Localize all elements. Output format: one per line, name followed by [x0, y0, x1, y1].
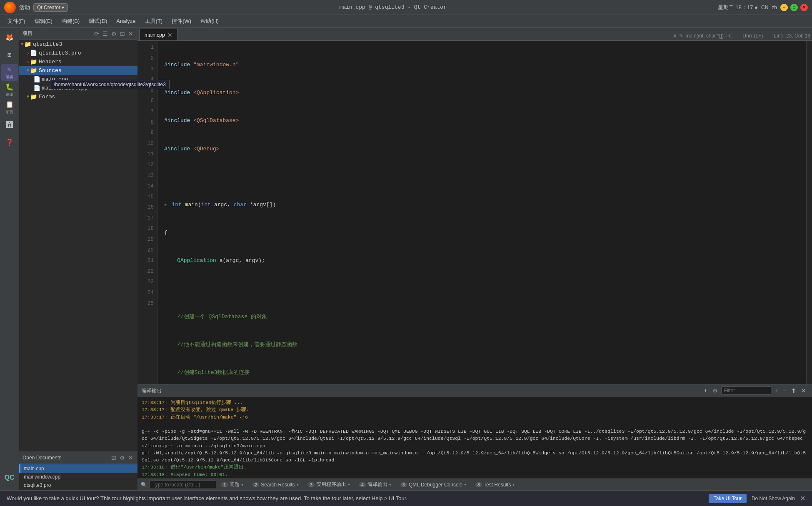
- btab-label: 应用程序输出: [316, 481, 346, 488]
- folder-icon: 📁: [24, 41, 31, 48]
- do-not-show-again-button[interactable]: Do Not Show Again: [752, 496, 795, 501]
- btab-badge: 5: [400, 482, 407, 487]
- path-tooltip: /home/chantui/work/code/qtcode/qtsqlite3…: [50, 80, 137, 89]
- sidebar-item-project[interactable]: 📋 项目: [1, 99, 18, 116]
- compile-zoom-in[interactable]: +: [773, 386, 780, 395]
- btab-test-results[interactable]: 8 Test Results ▾: [471, 481, 519, 489]
- ln-24: 24: [137, 288, 154, 299]
- tab-main-cpp[interactable]: main.cpp ✕: [139, 29, 178, 40]
- tree-arrow: ▼: [27, 68, 29, 73]
- btab-label: 编译输出: [367, 481, 387, 488]
- tab-close-icon[interactable]: ✕: [167, 32, 172, 38]
- tree-arrow: ▼: [27, 95, 29, 99]
- tree-label: Sources: [39, 67, 62, 74]
- doc-item-mainwindow[interactable]: mainwindow.cpp: [19, 473, 137, 481]
- tree-item-sources[interactable]: ▼ 📁 Sources: [19, 66, 137, 75]
- qt-creator-button[interactable]: Qt Creator ▾: [33, 3, 68, 12]
- line-numbers: 1 2 3 4 5 6 7 8 9 10 11 12 13 14 15 16 1: [137, 41, 157, 384]
- tour-close-button[interactable]: ✕: [800, 494, 805, 502]
- compile-zoom-out[interactable]: −: [781, 386, 788, 395]
- project-panel-header: 项目 ⟳ ☰ ⚙ ⊡ ✕: [19, 27, 137, 40]
- ui-tour-message: Would you like to take a quick UI tour? …: [7, 495, 704, 501]
- menu-item-h[interactable]: 帮助(H): [196, 16, 223, 26]
- sidebar-item-debug[interactable]: 🐛 调试: [1, 82, 18, 98]
- filter-input[interactable]: [721, 386, 771, 395]
- file-icon: 📄: [30, 50, 37, 57]
- menu-item-w[interactable]: 控件(W): [167, 16, 195, 26]
- compile-expand[interactable]: ⬆: [790, 386, 798, 395]
- tree-item-pro[interactable]: ▷ 📄 qtsqlite3.pro: [19, 49, 137, 57]
- code-content[interactable]: #include "mainwindow.h" #include <QAppli…: [157, 41, 806, 384]
- minimize-button[interactable]: −: [780, 4, 788, 11]
- folder-icon: 📁: [30, 93, 37, 100]
- lang-indicator: zh: [772, 5, 777, 10]
- code-line-7: {: [164, 228, 806, 239]
- btab-app-output[interactable]: 3 应用程序输出 ▾: [304, 480, 354, 489]
- tree-item-forms[interactable]: ▼ 📁 Forms: [19, 92, 137, 101]
- compile-title: 编译输出: [142, 387, 162, 394]
- ln-1: 1: [137, 42, 154, 53]
- menu-item-analyze[interactable]: Analyze: [112, 17, 140, 25]
- sync-icon[interactable]: ⟳: [93, 30, 100, 38]
- docs-close-icon[interactable]: ✕: [127, 454, 134, 462]
- compile-line-0: 17:33:17: 为项目qtsqlite3执行步骤 ...: [142, 399, 808, 406]
- sidebar-item-help[interactable]: ❓: [1, 134, 18, 151]
- code-line-1: #include "mainwindow.h": [164, 60, 806, 71]
- panel-column: 项目 ⟳ ☰ ⚙ ⊡ ✕ ▼ 📁 qtsqlite3 ▷: [19, 27, 137, 490]
- code-line-9: [164, 284, 806, 294]
- sidebar-icons: 🦊 ⊞ ✎ 编辑 🐛 调试 📋 项目 🅰 ❓: [0, 27, 19, 490]
- locate-input[interactable]: [150, 481, 216, 489]
- close-button[interactable]: ✕: [800, 4, 808, 11]
- btab-qml-debugger[interactable]: 5 QML Debugger Console ▾: [396, 481, 470, 489]
- debug-label: 调试: [6, 92, 13, 97]
- code-line-11: //他不能通过构造函数来创建，需要通过静态函数: [164, 339, 806, 350]
- docs-settings-icon[interactable]: ⚙: [119, 454, 126, 462]
- debug-icon: 🐛: [5, 83, 14, 91]
- menu-item-d[interactable]: 调试(D): [85, 16, 111, 26]
- btab-issues[interactable]: 1 问题 ▾: [217, 480, 247, 489]
- compile-close-btn[interactable]: ✕: [800, 386, 808, 395]
- filter-icon[interactable]: ☰: [102, 30, 109, 38]
- collapse-icon[interactable]: ✕: [127, 30, 134, 38]
- menu-item-t[interactable]: 工具(T): [141, 16, 167, 26]
- btab-label: QML Debugger Console: [409, 482, 462, 488]
- docs-sort-icon[interactable]: ⊡: [110, 454, 117, 462]
- btab-arrow: ▾: [348, 482, 350, 487]
- btab-search-results[interactable]: 2 Search Results ▾: [248, 481, 303, 489]
- compile-settings-btn[interactable]: ⚙: [711, 386, 720, 395]
- ln-9: 9: [137, 128, 154, 139]
- expand-icon[interactable]: ⊡: [119, 30, 126, 38]
- ln-14: 14: [137, 181, 154, 192]
- editor-scrollbar[interactable]: [806, 41, 812, 384]
- tree-label: qtsqlite3.pro: [39, 50, 81, 56]
- sidebar-item-firefox[interactable]: 🦊: [1, 29, 18, 46]
- sidebar-item-edit[interactable]: ✎ 编辑: [1, 64, 18, 81]
- compile-add-btn[interactable]: +: [702, 386, 709, 395]
- tree-arrow: ▷: [27, 51, 29, 56]
- doc-item-pro[interactable]: qtsqlite3.pro: [19, 481, 137, 489]
- tree-item-headers[interactable]: ▷ 📁 Headers: [19, 57, 137, 66]
- sidebar-item-qc[interactable]: QC: [1, 469, 18, 486]
- firefox-logo: [4, 2, 16, 13]
- take-ui-tour-button[interactable]: Take UI Tour: [709, 494, 747, 503]
- ui-tour-banner: Would you like to take a quick UI tour? …: [0, 490, 812, 506]
- ln-8: 8: [137, 117, 154, 128]
- compile-output-content: 17:33:17: 为项目qtsqlite3执行步骤 ... 17:33:17:…: [137, 397, 812, 479]
- menu-bar: 文件(F)编辑(E)构建(B)调试(D)Analyze工具(T)控件(W)帮助(…: [0, 15, 812, 27]
- ln-23: 23: [137, 277, 154, 288]
- settings-panel-icon[interactable]: ⚙: [110, 30, 117, 38]
- top-bar-left: 活动 Qt Creator ▾: [4, 2, 68, 13]
- sidebar-item-welcome[interactable]: ⊞: [1, 47, 18, 63]
- menu-item-b[interactable]: 构建(B): [57, 16, 84, 26]
- tab-label: main.cpp: [145, 32, 165, 38]
- tree-item-qtsqlite3[interactable]: ▼ 📁 qtsqlite3: [19, 40, 137, 49]
- doc-list: main.cpp mainwindow.cpp qtsqlite3.pro: [19, 464, 137, 490]
- menu-item-e[interactable]: 编辑(E): [30, 16, 57, 26]
- menu-item-f[interactable]: 文件(F): [3, 16, 30, 26]
- sidebar-item-analyze[interactable]: 🅰: [1, 117, 18, 133]
- project-label: 项目: [6, 110, 13, 115]
- maximize-button[interactable]: □: [790, 4, 798, 11]
- btab-compile-output[interactable]: 4 编译输出 ▾: [355, 480, 395, 489]
- doc-item-main[interactable]: main.cpp: [19, 464, 137, 473]
- window-title: main.cpp @ qtsqlite3 - Qt Creator: [339, 4, 446, 10]
